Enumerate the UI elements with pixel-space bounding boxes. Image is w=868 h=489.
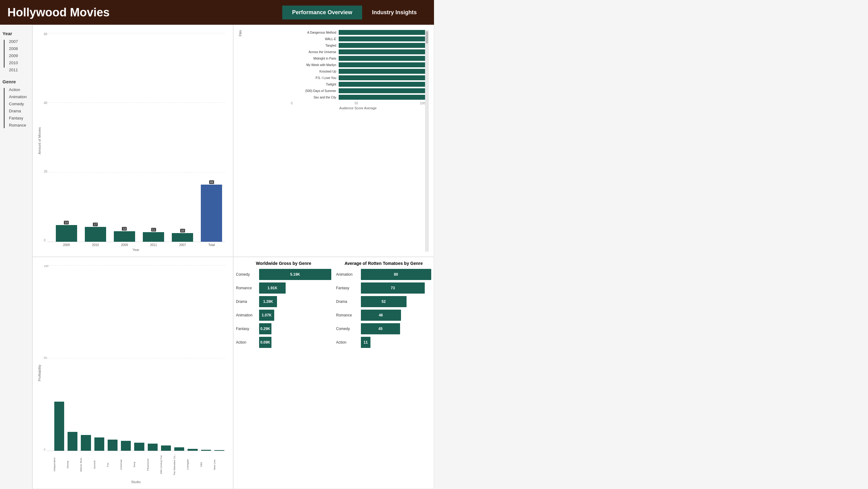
- wg-bar-wrap: 1.07K: [259, 310, 331, 321]
- rt-bar: 46: [361, 310, 401, 321]
- worldwide-gross-chart: Worldwide Gross by Genre Comedy5.19KRoma…: [234, 257, 334, 354]
- year-items: 2007 2008 2009 2010 2011: [9, 38, 18, 73]
- year-filter-section: Year 2007 2008 2009 2010 2011: [2, 31, 30, 73]
- year-x-label-2011: 2011: [141, 243, 167, 247]
- film-bar-label: Sex and the City: [291, 96, 339, 99]
- year-chart-y-label: Amount of Movies: [38, 30, 44, 252]
- studio-bar-20th-Century-Fox: [160, 402, 172, 451]
- studio-bar-New-Line: [213, 402, 225, 451]
- genre-item-animation[interactable]: Animation: [9, 94, 27, 100]
- film-bar-label: WALL-E: [291, 37, 339, 41]
- genre-items: Action Animation Comedy Drama Fantasy Ro…: [9, 87, 27, 130]
- year-x-labels: 20082010200920112007Total: [44, 243, 228, 247]
- tab-performance-overview[interactable]: Performance Overview: [282, 5, 362, 20]
- year-bar-2008: 19: [53, 180, 80, 242]
- film-bar-row-Sex-and-the-City: Sex and the City: [291, 95, 425, 100]
- year-bars-area: 0 20 40 60 191712111069: [44, 30, 228, 242]
- genre-item-comedy[interactable]: Comedy: [9, 101, 27, 107]
- studio-x-label: Fox: [106, 452, 119, 477]
- bottom-right-inner: Worldwide Gross by Genre Comedy5.19KRoma…: [234, 257, 434, 354]
- genre-filter-label: Genre: [2, 79, 30, 84]
- genre-item-drama[interactable]: Drama: [9, 108, 27, 114]
- film-bar-row-(500)-Days-of-Summer: (500) Days of Summer: [291, 88, 425, 93]
- film-bar-row-P.S.-I-Love-You: P.S. I Love You: [291, 75, 425, 80]
- rt-bar-wrap: 73: [361, 283, 432, 294]
- rt-bar: 52: [361, 296, 407, 307]
- year-item-2009[interactable]: 2009: [9, 53, 18, 59]
- y-num-0: 0: [44, 239, 53, 242]
- film-x-50: 50: [354, 102, 358, 105]
- year-item-2010[interactable]: 2010: [9, 60, 18, 66]
- scrollbar[interactable]: [425, 30, 429, 252]
- bottom-right-panel: Worldwide Gross by Genre Comedy5.19KRoma…: [233, 257, 434, 489]
- film-bar-row-Twilight: Twilight: [291, 82, 425, 87]
- film-bar-row-WALL-E: WALL-E: [291, 36, 425, 41]
- studio-bar-Summit: [93, 402, 105, 451]
- wg-bar: 1.29K: [259, 296, 277, 307]
- nav-tabs: Performance Overview Industry Insights: [282, 5, 427, 20]
- rt-label: Animation: [336, 272, 361, 277]
- year-x-label-2009: 2009: [111, 243, 137, 247]
- year-bar-label-2010: 17: [93, 223, 98, 226]
- studio-y-label: Profitability: [38, 262, 44, 484]
- studio-bars: [47, 265, 225, 451]
- wg-bar-wrap: 1.91K: [259, 283, 331, 294]
- studio-x-label: Disney: [66, 452, 79, 477]
- film-chart-content: Film A Dangerous MethodWALL-ETangledAcro…: [239, 30, 425, 252]
- studio-x-label: Paramount: [147, 452, 159, 477]
- studio-bar-rect: [148, 443, 158, 451]
- wg-bar-row-Romance: Romance1.91K: [236, 283, 331, 294]
- year-bar-rect-Total: [201, 184, 222, 242]
- rt-bar-wrap: 46: [361, 310, 432, 321]
- studio-bar-Paramount: [147, 402, 159, 451]
- main-content: Year 2007 2008 2009 2010 2011 Genre: [0, 25, 434, 489]
- studio-bar-rect: [188, 449, 197, 451]
- film-x-0: 0: [291, 102, 293, 105]
- film-x-label: Audience Score Average: [291, 106, 425, 110]
- studio-x-label: 20th Century Fox: [160, 452, 172, 477]
- film-bar-row-A-Dangerous-Method: A Dangerous Method: [291, 30, 425, 35]
- studio-x-label: Warner Bros.: [80, 452, 92, 477]
- rt-bar: 73: [361, 283, 425, 294]
- film-bar-label: Twilight: [291, 83, 339, 86]
- studio-bar-rect: [54, 402, 64, 451]
- year-item-2008[interactable]: 2008: [9, 46, 18, 52]
- studio-bar-rect: [94, 437, 104, 451]
- year-bar-Total: 69: [198, 180, 225, 242]
- film-bar-label: A Dangerous Method: [291, 31, 339, 34]
- studio-x-label: Independent: [53, 452, 65, 477]
- tab-industry-insights[interactable]: Industry Insights: [362, 5, 427, 20]
- year-chart-inner: Amount of Movies: [38, 30, 228, 252]
- studio-bar-Independent: [53, 402, 65, 451]
- year-bar-2007: 10: [169, 180, 196, 242]
- film-bar-row-My-Week-with-Marilyn: My Week with Marilyn: [291, 62, 425, 67]
- genre-item-fantasy[interactable]: Fantasy: [9, 115, 27, 121]
- scrollbar-thumb[interactable]: [426, 31, 428, 44]
- year-divider: [4, 40, 5, 67]
- wg-bar-wrap: 0.29K: [259, 323, 331, 334]
- film-x-100: 100: [420, 102, 425, 105]
- wg-bar-wrap: 1.29K: [259, 296, 331, 307]
- year-item-2011[interactable]: 2011: [9, 67, 18, 73]
- wg-bar: 5.19K: [259, 269, 331, 280]
- wg-bar-row-Action: Action0.09K: [236, 337, 331, 348]
- studio-bar-Disney: [66, 402, 79, 451]
- studio-bar-rect: [201, 450, 211, 451]
- wg-bar-row-Comedy: Comedy5.19K: [236, 269, 331, 280]
- studio-bar-rect: [107, 440, 118, 451]
- studio-bar-Universal: [120, 402, 132, 451]
- rt-bar-wrap: 80: [361, 269, 432, 280]
- genre-item-romance[interactable]: Romance: [9, 122, 27, 128]
- year-item-2007[interactable]: 2007: [9, 38, 18, 45]
- year-x-label-2008: 2008: [53, 243, 80, 247]
- studio-bar-CBS: [200, 402, 212, 451]
- content-grid: Amount of Movies: [32, 25, 434, 489]
- film-y-label: Film: [239, 30, 291, 110]
- studio-x-label: Lionsgate: [186, 452, 199, 477]
- year-bar-label-2009: 12: [122, 227, 127, 231]
- genre-item-action[interactable]: Action: [9, 87, 27, 93]
- y-num-20: 20: [44, 170, 53, 173]
- rt-bar-row-Romance: Romance46: [336, 310, 432, 321]
- film-bar-rect: [339, 43, 425, 48]
- studio-bar-rect: [161, 445, 171, 451]
